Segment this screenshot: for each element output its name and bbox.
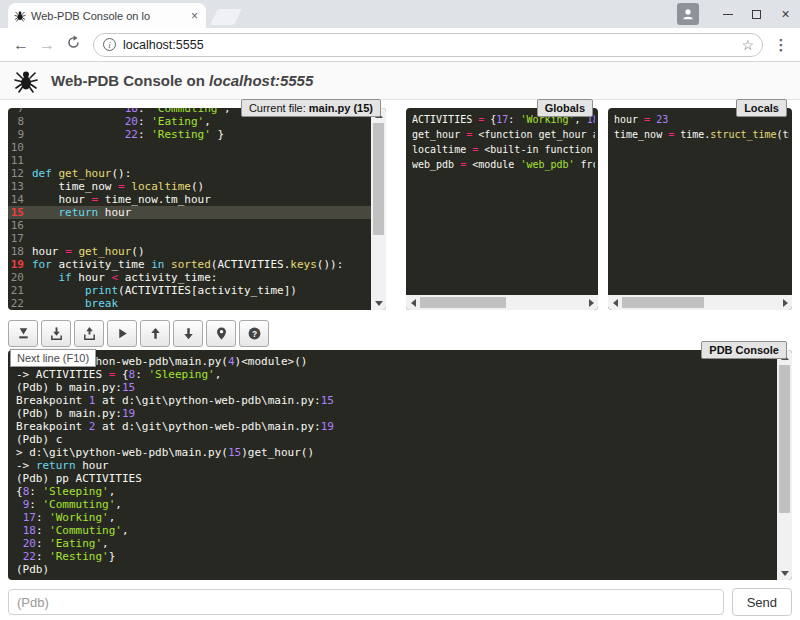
line-number: 12 [8,167,32,180]
globals-scrollbar[interactable] [406,295,598,310]
line-number: 8 [8,115,32,128]
host-text: localhost:5555 [209,72,313,89]
new-tab-button[interactable] [210,9,242,25]
code-line: 20 if hour < activity_time: [8,271,371,284]
next-line-icon [16,326,31,341]
code-line: 15 return hour [8,206,371,219]
console-line: (Pdb) c [16,433,776,446]
globals-line: get_hour = <function get_hour at 0 [412,127,595,142]
maximize-icon [752,10,761,19]
info-icon[interactable]: i [103,38,116,51]
refresh-button[interactable] [60,35,86,54]
down-button[interactable] [173,320,203,347]
console-scrollbar[interactable] [777,350,792,580]
scroll-thumb[interactable] [420,297,506,308]
locals-scrollbar[interactable] [608,295,792,310]
globals-panel: Globals ACTIVITIES = {17: 'Working', 18:… [406,108,598,310]
code-line: 11 [8,154,371,167]
globals-line: localtime = <built-in function loc [412,142,595,157]
address-bar[interactable]: i localhost:5555 ☆ [93,33,763,57]
continue-button[interactable] [107,320,137,347]
locals-panel: Locals hour = 23time_now = time.struct_t… [608,108,792,310]
continue-icon [115,326,130,341]
console-line: (Pdb) b main.py:15 [16,381,776,394]
debug-toolbar: ? [8,320,792,348]
console-line: 17: 'Working', [16,511,776,524]
console-line: 9: 'Commuting', [16,498,776,511]
line-number: 13 [8,180,32,193]
forward-button[interactable]: → [34,36,60,54]
pdb-console-panel: PDB Console > d:\git\python-web-pdb\main… [8,350,792,580]
code-scrollbar[interactable] [371,108,386,310]
user-icon [681,7,695,21]
code-line: 17 [8,232,371,245]
help-button[interactable]: ? [239,320,269,347]
locals-lines: hour = 23time_now = time.struct_time(tm_… [614,112,789,295]
close-icon: × [781,7,789,21]
console-line: {8: 'Sleeping', [16,485,776,498]
line-number: 7 [8,108,32,115]
code-line: 14 hour = time_now.tm_hour [8,193,371,206]
console-line: (Pdb) b main.py:19 [16,407,776,420]
scroll-thumb[interactable] [779,365,790,513]
maximize-button[interactable] [742,0,771,28]
globals-line: web_pdb = <module 'web_pdb' from ' [412,157,595,172]
browser-menu-button[interactable]: ⋮ [770,36,792,54]
scroll-down-arrow[interactable] [777,566,792,580]
tooltip: Next line (F10) [10,349,96,367]
browser-titlebar: Web-PDB Console on lo × × [0,0,800,28]
favicon-bug-icon [14,10,26,22]
scroll-right-arrow[interactable] [778,295,792,310]
console-line: Breakpoint 2 at d:\git\python-web-pdb\ma… [16,420,776,433]
return-icon [82,326,97,341]
back-button[interactable]: ← [8,36,34,54]
arrow-up-icon [148,326,163,341]
next-line-button[interactable] [8,320,38,347]
minimize-button[interactable] [713,0,742,28]
console-line: (Pdb) [16,563,776,576]
code-lines: 7 18: 'Commuting',8 20: 'Eating',9 22: '… [8,108,371,310]
console-line: 20: 'Eating', [16,537,776,550]
console-lines: > d:\git\python-web-pdb\main.py(4)<modul… [16,355,776,578]
scroll-thumb[interactable] [373,123,384,235]
scroll-left-arrow[interactable] [406,295,420,310]
line-number: 20 [8,271,32,284]
browser-navbar: ← → i localhost:5555 ☆ ⋮ [0,28,800,62]
browser-tab[interactable]: Web-PDB Console on lo × [8,3,206,28]
line-number: 14 [8,193,32,206]
scroll-left-arrow[interactable] [608,295,622,310]
page-title: Web-PDB Console on localhost:5555 [51,72,313,89]
code-line: 13 time_now = localtime() [8,180,371,193]
arrow-down-icon [181,326,196,341]
line-number: 19 [8,258,32,271]
profile-button[interactable] [677,3,699,25]
pdb-console-label: PDB Console [701,341,787,359]
up-button[interactable] [140,320,170,347]
code-line: 21 print(ACTIVITIES[activity_time]) [8,284,371,297]
url-text[interactable]: localhost:5555 [123,38,739,52]
line-number: 15 [8,206,32,219]
bug-logo-icon [13,68,39,94]
scroll-thumb[interactable] [622,297,704,308]
minimize-icon [723,14,733,15]
close-button[interactable]: × [771,0,800,28]
page-header: Web-PDB Console on localhost:5555 [0,62,800,100]
line-number: 11 [8,154,32,167]
locals-label: Locals [736,99,787,117]
bookmark-star-icon[interactable]: ☆ [739,37,756,53]
line-number: 9 [8,128,32,141]
step-into-button[interactable] [41,320,71,347]
send-button[interactable]: Send [732,588,792,616]
line-number: 17 [8,232,32,245]
return-button[interactable] [74,320,104,347]
scroll-down-arrow[interactable] [371,296,386,310]
console-line: -> ACTIVITIES = {8: 'Sleeping', [16,368,776,381]
code-line: 16 [8,219,371,232]
where-button[interactable] [206,320,236,347]
svg-text:?: ? [251,329,256,339]
pdb-command-input[interactable] [8,589,724,615]
tab-close-icon[interactable]: × [189,9,200,23]
code-line: 22 break [8,297,371,310]
console-line: 18: 'Commuting', [16,524,776,537]
scroll-right-arrow[interactable] [584,295,598,310]
